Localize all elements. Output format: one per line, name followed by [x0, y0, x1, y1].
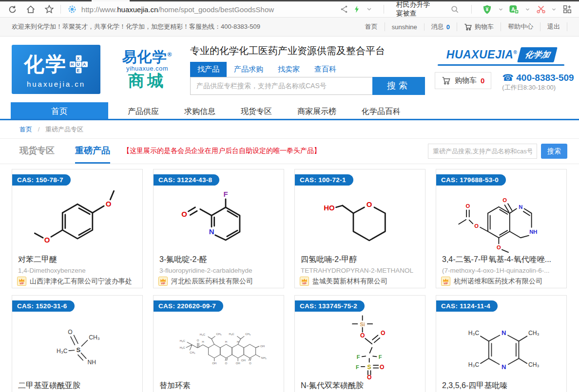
- product-name: 2,3,5,6-四甲基吡嗪: [436, 381, 566, 391]
- money-shield-icon[interactable]: ¥: [482, 4, 492, 15]
- service-phone: ☎ 400-8383-509 (工作日8:30-18:00): [502, 72, 574, 92]
- product-name-en: (7-methoxy-4-oxo-1H-quinazolin-6-...: [436, 267, 566, 274]
- svg-text:H: H: [237, 340, 239, 343]
- svg-text:H: H: [225, 340, 227, 343]
- chevron-down-icon[interactable]: [523, 4, 531, 15]
- product-company-link[interactable]: VIP 山西津津化工有限公司宁波办事处: [12, 277, 142, 286]
- product-card[interactable]: CAS: 31224-43-8 F N O 3-氟吡啶-2-醛 3-fluoro…: [153, 169, 284, 288]
- tab-find-products[interactable]: 找产品: [190, 62, 227, 77]
- svg-text:OH: OH: [212, 362, 216, 365]
- svg-text:NH: NH: [529, 229, 537, 235]
- main-search-input[interactable]: [190, 77, 372, 95]
- svg-text:VIP: VIP: [19, 282, 24, 285]
- svg-text:O: O: [225, 362, 227, 365]
- best-product-search-input[interactable]: [428, 144, 537, 159]
- topbar-username[interactable]: sunshine: [385, 23, 425, 31]
- product-card[interactable]: CAS: 220620-09-7 H₃CCH₃ H₃CCH₃ HH OHNH₂ …: [153, 295, 284, 392]
- svg-text:NH: NH: [87, 359, 96, 366]
- svg-text:H₃C: H₃C: [229, 333, 234, 336]
- lightning-icon[interactable]: [353, 4, 361, 15]
- product-company-link[interactable]: VIP 杭州诺维和医药技术有限公司: [436, 277, 566, 286]
- svg-text:O: O: [465, 203, 470, 209]
- topbar-help-link[interactable]: 帮助中心: [501, 22, 540, 31]
- site-slogan: 专业的化学化工医药产业资源供需及整合平台: [190, 44, 425, 57]
- cas-badge: CAS: 1520-31-6: [12, 300, 75, 312]
- svg-text:O: O: [366, 200, 372, 208]
- share-icon[interactable]: [340, 4, 348, 15]
- product-company-link[interactable]: VIP 盐城美茵新材料有限公司: [295, 277, 425, 286]
- svg-text:O: O: [497, 244, 501, 250]
- product-card[interactable]: CAS: 1124-11-4 N N H₃C CH₃ H₃C CH₃ 2,3,5…: [436, 295, 567, 392]
- svg-text:O: O: [181, 210, 187, 218]
- logo-text: 化学: [24, 51, 67, 78]
- bookmark-star-icon[interactable]: [44, 4, 55, 15]
- svg-text:F: F: [378, 354, 382, 360]
- breadcrumb-home-link[interactable]: 首页: [19, 126, 32, 133]
- nav-item-home[interactable]: 首页: [11, 102, 108, 119]
- topbar-logout-link[interactable]: 退出: [540, 22, 567, 31]
- product-name: 3,4-二氢-7-甲氧基-4-氧代喹唑...: [436, 255, 566, 265]
- reload-icon[interactable]: [7, 4, 18, 15]
- logo-plus-icon: XHUAE: [70, 55, 88, 74]
- product-card[interactable]: CAS: 100-72-1 O HO 四氢吡喃-2-甲醇 TETRAHYDROP…: [294, 169, 425, 288]
- svg-text:¥: ¥: [485, 6, 488, 12]
- yihuaxue-logo[interactable]: 易化学® yihuaxue.com 商城: [115, 49, 179, 90]
- tab-product-demand[interactable]: 产品求购: [227, 62, 270, 77]
- nav-item-merchant-list[interactable]: 商家展示榜: [285, 102, 349, 119]
- molecule-structure: O O: [12, 185, 142, 253]
- svg-text:F: F: [355, 364, 359, 370]
- svg-text:HO: HO: [324, 204, 334, 212]
- nav-item-product-supply[interactable]: 产品供应: [115, 102, 172, 119]
- best-product-search-button[interactable]: 搜索: [541, 144, 567, 159]
- home-icon[interactable]: [25, 4, 36, 15]
- main-nav: 首页 产品供应 求购信息 现货专区 商家展示榜 化学品百科: [0, 102, 579, 120]
- company-name: 杭州诺维和医药技术有限公司: [454, 277, 542, 286]
- divider: [60, 5, 61, 14]
- browser-search-text: 村民办升学宴被查: [396, 0, 431, 18]
- nav-item-spot-zone[interactable]: 现货专区: [228, 102, 285, 119]
- vip-icon: VIP: [158, 277, 168, 286]
- divider: [384, 5, 384, 14]
- tab-spot-goods[interactable]: 现货专区: [19, 139, 55, 164]
- site-icon[interactable]: [67, 4, 77, 15]
- svg-text:H₃C: H₃C: [57, 348, 68, 355]
- tab-best-products[interactable]: 重磅产品: [75, 139, 110, 164]
- browser-search-box[interactable]: 村民办升学宴被查: [394, 0, 461, 18]
- header-cart-button[interactable]: 购物车 0: [435, 72, 491, 89]
- svg-text:O: O: [380, 330, 385, 336]
- topbar-home-link[interactable]: 首页: [358, 22, 385, 31]
- svg-text:H: H: [71, 62, 75, 67]
- tab-encyclopedia[interactable]: 查百科: [307, 62, 344, 77]
- product-card[interactable]: CAS: 1520-31-6 S O CH₃ H₃C NH 二甲基亚磺酰亚胺 V…: [12, 295, 143, 392]
- svg-text:O: O: [380, 364, 384, 371]
- product-card[interactable]: CAS: 150-78-7 O O 对苯二甲醚 1,4-Dimethoxyben…: [12, 169, 143, 288]
- translate-icon[interactable]: A: [509, 4, 519, 15]
- product-company-link[interactable]: VIP 河北松辰医药科技有限公司: [154, 277, 284, 286]
- svg-text:O: O: [367, 374, 371, 379]
- product-card[interactable]: CAS: 179688-53-0 N NH O O O O 3,4-二氢-7-甲…: [436, 169, 567, 288]
- apps-grid-icon[interactable]: [562, 4, 572, 15]
- molecule-structure: N NH O O O O: [436, 185, 566, 253]
- tab-find-sellers[interactable]: 找卖家: [270, 62, 307, 77]
- huaxuejia-logo[interactable]: 化学XHUAE huaxuejia.cn: [12, 45, 100, 94]
- nav-item-chem-wiki[interactable]: 化学品百科: [349, 102, 413, 119]
- chevron-down-icon[interactable]: [365, 4, 373, 15]
- topbar-cart-link[interactable]: 购物车: [457, 22, 501, 31]
- product-name: 四氢吡喃-2-甲醇: [295, 255, 425, 265]
- main-search-button[interactable]: 搜索: [372, 77, 425, 95]
- scissors-icon[interactable]: [536, 4, 546, 15]
- nav-item-demand-info[interactable]: 求购信息: [172, 102, 228, 119]
- search-icon[interactable]: [450, 4, 459, 15]
- topbar-messages-link[interactable]: 消息0: [425, 22, 457, 31]
- svg-text:U: U: [77, 62, 80, 67]
- product-card[interactable]: CAS: 133745-75-2 Si O O F F S O F O N-氟代…: [294, 295, 425, 392]
- product-name-en: 3-fluoropyridine-2-carbaldehyde: [154, 267, 284, 274]
- chevron-down-icon[interactable]: [497, 4, 504, 15]
- chevron-down-icon[interactable]: [550, 4, 558, 15]
- breadcrumb: 首页 / 重磅产品专区: [0, 120, 579, 139]
- cas-badge: CAS: 220620-09-7: [154, 300, 223, 312]
- svg-text:VIP: VIP: [302, 282, 307, 285]
- address-bar[interactable]: http://www.huaxuejia.cn/home/spot_goods/…: [67, 4, 340, 15]
- welcome-text: 欢迎来到化学加！萃聚英才，共享化学！化学加，加您更精彩！客服热线：400-838…: [12, 22, 260, 31]
- svg-text:N: N: [209, 227, 214, 236]
